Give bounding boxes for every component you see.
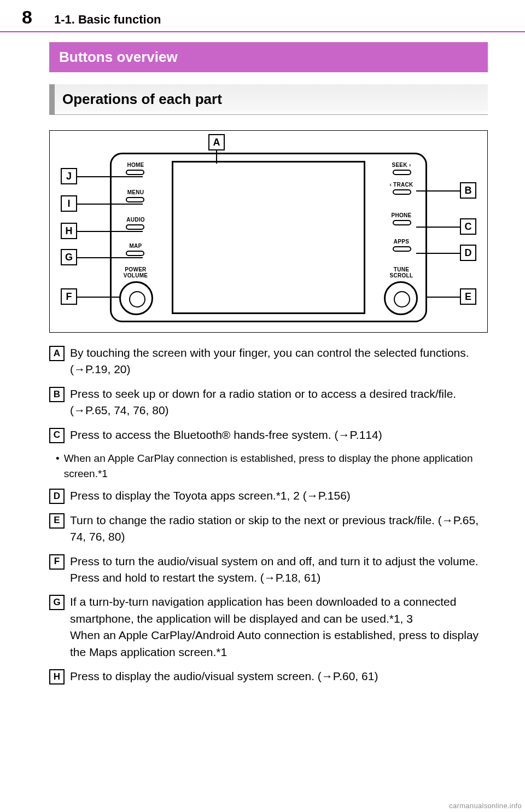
device-screen — [172, 161, 365, 314]
desc-a: A By touching the screen with your finge… — [49, 345, 488, 378]
text-d: Press to display the Toyota apps screen.… — [70, 488, 488, 504]
btn-label-phone: PHONE — [385, 212, 418, 218]
desc-h: H Press to display the audio/visual syst… — [49, 668, 488, 685]
box-title: Buttons overview — [49, 42, 488, 72]
btn-label-home: HOME — [119, 162, 152, 168]
callout-h: H — [61, 223, 77, 239]
btn-home — [126, 170, 144, 175]
desc-b: B Press to seek up or down for a radio s… — [49, 386, 488, 419]
btn-label-map: MAP — [119, 243, 152, 249]
btn-apps — [393, 246, 411, 252]
btn-label-tune: TUNE SCROLL — [385, 267, 418, 279]
bullet-dot-icon: • — [56, 451, 60, 481]
btn-track — [393, 189, 411, 195]
callout-a: A — [208, 134, 225, 150]
section-path: 1-1. Basic function — [54, 13, 161, 27]
knob-power — [119, 281, 153, 315]
desc-g: G If a turn-by-turn navigation applicati… — [49, 594, 488, 660]
text-g: If a turn-by-turn navigation application… — [70, 594, 488, 660]
text-h: Press to display the audio/visual system… — [70, 668, 488, 685]
text-e: Turn to change the radio station or skip… — [70, 512, 488, 546]
desc-f: F Press to turn the audio/visual system … — [49, 553, 488, 587]
marker-b: B — [49, 387, 65, 402]
callout-b: B — [460, 182, 476, 199]
btn-audio — [126, 224, 144, 230]
marker-h: H — [49, 669, 65, 685]
btn-seek — [393, 170, 411, 175]
marker-e: E — [49, 513, 65, 529]
callout-e: E — [460, 288, 476, 305]
desc-c: C Press to access the Bluetooth® hands-f… — [49, 427, 488, 443]
marker-d: D — [49, 489, 65, 504]
btn-label-apps: APPS — [385, 239, 418, 245]
desc-e: E Turn to change the radio station or sk… — [49, 512, 488, 546]
bullet-c-text: When an Apple CarPlay connection is esta… — [64, 451, 488, 481]
device-diagram: A B C D E F G H I J — [49, 130, 488, 333]
text-c: Press to access the Bluetooth® hands-fre… — [70, 427, 488, 443]
knob-tune — [384, 281, 418, 315]
btn-menu — [126, 197, 144, 202]
sub-title: Operations of each part — [49, 84, 488, 115]
page-content: Buttons overview Operations of each part… — [0, 42, 525, 715]
callout-c: C — [460, 218, 476, 235]
device-body: HOME MENU AUDIO MAP POWER VOLUME SEEK › … — [110, 153, 427, 322]
text-a: By touching the screen with your finger,… — [70, 345, 488, 378]
callout-j: J — [61, 168, 77, 184]
manual-page: 8 1-1. Basic function Buttons overview O… — [0, 0, 525, 715]
btn-label-seek: SEEK › — [385, 162, 418, 168]
btn-label-audio: AUDIO — [119, 217, 152, 223]
text-b: Press to seek up or down for a radio sta… — [70, 386, 488, 419]
bullet-c: • When an Apple CarPlay connection is es… — [56, 451, 488, 481]
text-f: Press to turn the audio/visual system on… — [70, 553, 488, 587]
marker-c: C — [49, 428, 65, 443]
callout-g: G — [61, 249, 77, 265]
lead-e — [427, 297, 460, 298]
description-list: A By touching the screen with your finge… — [49, 345, 488, 685]
btn-phone — [393, 220, 411, 225]
header-divider — [0, 31, 525, 32]
btn-label-menu: MENU — [119, 189, 152, 195]
callout-d: D — [460, 245, 476, 261]
marker-g: G — [49, 595, 65, 610]
page-header: 8 1-1. Basic function — [0, 0, 525, 31]
marker-a: A — [49, 346, 65, 361]
btn-map — [126, 251, 144, 256]
btn-label-track: ‹ TRACK — [385, 182, 418, 188]
page-number: 8 — [22, 7, 32, 28]
callout-f: F — [61, 288, 77, 305]
desc-d: D Press to display the Toyota apps scree… — [49, 488, 488, 504]
btn-label-power: POWER VOLUME — [119, 267, 152, 279]
callout-i: I — [61, 195, 77, 212]
marker-f: F — [49, 554, 65, 570]
